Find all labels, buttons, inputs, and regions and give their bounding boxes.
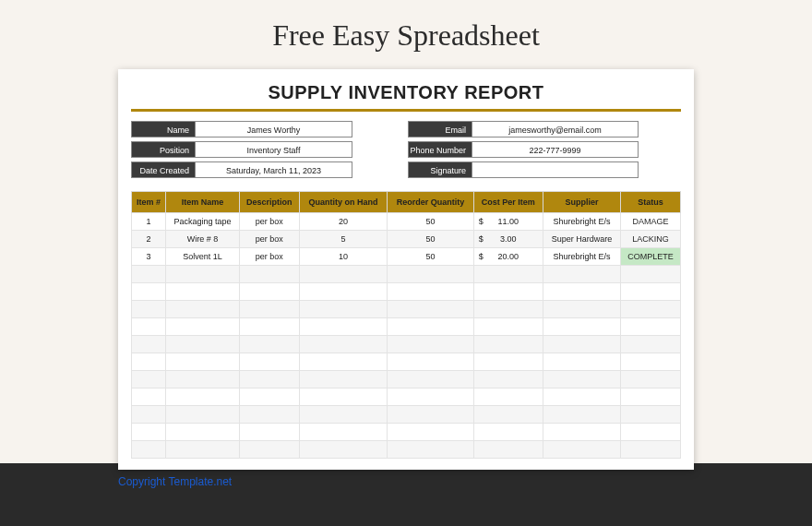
table-cell — [165, 406, 239, 424]
table-cell: 1 — [132, 213, 166, 231]
table-cell — [239, 441, 299, 459]
table-cell — [132, 406, 166, 424]
table-cell — [388, 318, 474, 336]
field-label: Phone Number — [408, 141, 472, 158]
field-value: 222-777-9999 — [472, 141, 639, 158]
table-cell — [473, 336, 543, 353]
info-field: Emailjamesworthy@email.com — [408, 121, 639, 137]
field-label: Email — [408, 121, 472, 137]
table-cell — [132, 441, 166, 459]
table-cell — [388, 301, 474, 318]
table-row-empty — [132, 336, 681, 353]
table-cell — [620, 336, 680, 353]
table-cell — [473, 318, 543, 336]
page-title: Free Easy Spreadsheet — [0, 0, 812, 69]
table-row: 2Wire # 8per box550$3.00Super HardwareLA… — [132, 231, 681, 248]
table-cell — [543, 318, 620, 336]
table-cell — [299, 353, 387, 371]
table-cell: 10 — [299, 248, 387, 266]
info-field: Date CreatedSaturday, March 11, 2023 — [131, 161, 352, 178]
table-cell — [132, 389, 166, 406]
table-cell — [620, 301, 680, 318]
column-header: Cost Per Item — [473, 192, 543, 213]
table-cell — [543, 283, 620, 301]
table-cell — [620, 406, 680, 424]
table-cell — [620, 389, 680, 406]
table-cell — [473, 406, 543, 424]
table-cell — [239, 318, 299, 336]
table-cell: 3 — [132, 248, 166, 266]
table-cell — [473, 301, 543, 318]
table-cell: Solvent 1L — [165, 248, 239, 266]
table-cell — [299, 266, 387, 283]
table-cell — [165, 336, 239, 353]
table-cell: per box — [239, 248, 299, 266]
field-value: Inventory Staff — [196, 141, 352, 158]
table-cell — [388, 389, 474, 406]
table-cell — [165, 266, 239, 283]
info-field: Signature — [408, 161, 639, 178]
table-cell — [388, 353, 474, 371]
table-cell: Super Hardware — [543, 231, 620, 248]
table-cell: DAMAGE — [620, 213, 680, 231]
table-row-empty — [132, 266, 681, 283]
table-body: 1Packaging tapeper box2050$11.00Shurebri… — [132, 213, 681, 459]
table-cell — [620, 441, 680, 459]
report-title: SUPPLY INVENTORY REPORT — [131, 82, 681, 109]
table-cell: $3.00 — [473, 231, 543, 248]
table-cell — [473, 389, 543, 406]
field-label: Position — [131, 141, 196, 158]
copyright-link[interactable]: Copyright Template.net — [118, 475, 694, 488]
field-label: Name — [131, 121, 196, 137]
table-cell: 20 — [299, 213, 387, 231]
table-cell — [543, 266, 620, 283]
table-cell — [239, 301, 299, 318]
table-row-empty — [132, 371, 681, 389]
field-value: Saturday, March 11, 2023 — [196, 161, 352, 178]
table-cell — [543, 424, 620, 441]
table-cell — [239, 406, 299, 424]
column-header: Quantity on Hand — [299, 192, 387, 213]
info-field: NameJames Worthy — [131, 121, 352, 137]
table-cell — [543, 353, 620, 371]
table-cell — [473, 424, 543, 441]
table-row-empty — [132, 424, 681, 441]
table-cell: 2 — [132, 231, 166, 248]
table-cell — [620, 424, 680, 441]
table-cell — [132, 353, 166, 371]
table-cell — [165, 441, 239, 459]
table-cell — [388, 371, 474, 389]
table-header-row: Item #Item NameDescriptionQuantity on Ha… — [132, 192, 681, 213]
table-row-empty — [132, 283, 681, 301]
field-label: Date Created — [131, 161, 196, 178]
table-cell — [299, 283, 387, 301]
info-column-left: NameJames WorthyPositionInventory StaffD… — [131, 121, 352, 178]
table-cell: 5 — [299, 231, 387, 248]
table-cell — [620, 353, 680, 371]
column-header: Supplier — [543, 192, 620, 213]
table-cell — [473, 441, 543, 459]
table-cell — [543, 406, 620, 424]
table-cell: $11.00 — [473, 213, 543, 231]
field-value: jamesworthy@email.com — [472, 121, 639, 137]
info-field: Phone Number222-777-9999 — [408, 141, 639, 158]
table-cell: Wire # 8 — [165, 231, 239, 248]
table-cell — [165, 283, 239, 301]
table-cell: per box — [239, 213, 299, 231]
table-cell — [299, 336, 387, 353]
table-cell — [299, 371, 387, 389]
table-row: 1Packaging tapeper box2050$11.00Shurebri… — [132, 213, 681, 231]
table-cell: 50 — [388, 213, 474, 231]
table-cell — [165, 389, 239, 406]
table-cell — [543, 371, 620, 389]
table-cell — [543, 301, 620, 318]
spreadsheet-document: SUPPLY INVENTORY REPORT NameJames Worthy… — [118, 69, 694, 470]
table-cell — [299, 389, 387, 406]
info-column-right: Emailjamesworthy@email.comPhone Number22… — [408, 121, 639, 178]
column-header: Item # — [132, 192, 166, 213]
table-cell — [239, 283, 299, 301]
table-cell — [239, 336, 299, 353]
table-cell — [388, 283, 474, 301]
table-cell — [620, 371, 680, 389]
table-cell — [299, 441, 387, 459]
